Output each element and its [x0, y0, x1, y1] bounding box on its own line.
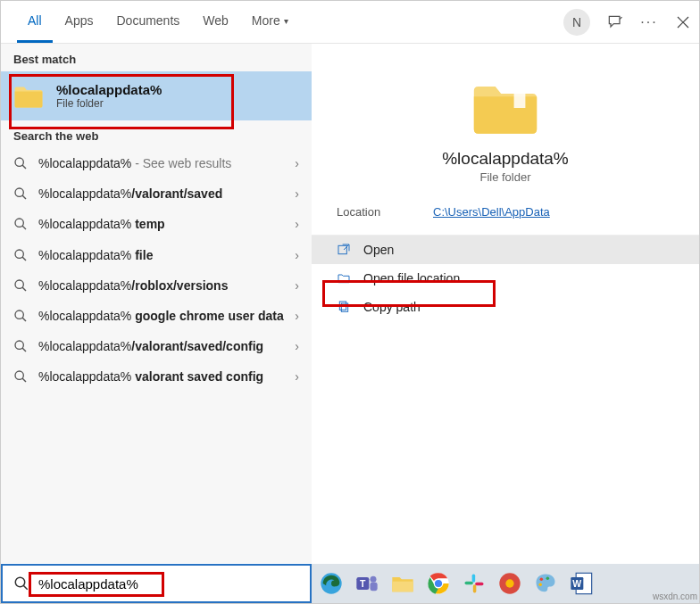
folder-icon — [13, 84, 44, 109]
action-open-location-label: Open file location — [363, 271, 460, 285]
web-result-item[interactable]: %localappdata% temp › — [1, 209, 312, 239]
web-result-item[interactable]: %localappdata% valorant saved config › — [1, 361, 312, 392]
result-text: %localappdata%/roblox/versions — [38, 277, 284, 294]
user-avatar[interactable]: N — [563, 9, 590, 36]
tab-more-label: More — [252, 13, 280, 28]
explorer-icon[interactable] — [390, 571, 415, 596]
title-actions: N ··· — [563, 9, 692, 36]
title-bar: All Apps Documents Web More▾ N ··· — [1, 1, 699, 44]
svg-point-1 — [15, 188, 23, 196]
chevron-right-icon[interactable]: › — [295, 278, 299, 293]
main-area: Best match %localappdata% File folder Se… — [1, 44, 699, 563]
svg-point-2 — [15, 219, 23, 227]
search-icon — [13, 369, 28, 384]
tab-all[interactable]: All — [17, 1, 53, 43]
search-icon — [13, 575, 29, 592]
taskbar: T W — [312, 564, 699, 603]
web-result-item[interactable]: %localappdata% file › — [1, 240, 312, 270]
result-text: %localappdata% google chrome user data — [38, 308, 284, 324]
filter-tabs: All Apps Documents Web More▾ — [17, 1, 299, 43]
teams-icon[interactable]: T — [354, 571, 379, 596]
preview-title: %localappdata% — [442, 149, 569, 169]
search-icon — [13, 339, 28, 353]
svg-point-27 — [505, 579, 513, 587]
chrome-canary-icon[interactable] — [497, 571, 522, 596]
copy-icon — [337, 300, 351, 314]
action-open-location[interactable]: Open file location — [312, 264, 699, 293]
results-pane: Best match %localappdata% File folder Se… — [1, 44, 312, 563]
svg-rect-17 — [371, 583, 378, 591]
best-match-header: Best match — [1, 44, 312, 71]
svg-rect-18 — [392, 582, 412, 592]
search-icon — [13, 186, 28, 201]
web-result-item[interactable]: %localappdata% google chrome user data › — [1, 301, 312, 331]
slack-icon[interactable] — [462, 571, 487, 596]
folder-open-icon — [337, 271, 351, 285]
svg-rect-8 — [514, 88, 526, 108]
word-icon[interactable]: W — [569, 571, 594, 596]
watermark: wsxdn.com — [653, 592, 697, 601]
open-icon — [337, 243, 351, 257]
search-icon — [13, 156, 28, 170]
action-copy-path-label: Copy path — [363, 300, 421, 314]
chrome-icon[interactable] — [426, 571, 451, 596]
search-bar[interactable] — [1, 564, 312, 603]
location-row: Location C:\Users\Dell\AppData — [312, 184, 699, 235]
tab-web[interactable]: Web — [192, 1, 239, 43]
web-result-item[interactable]: %localappdata%/valorant/saved › — [1, 178, 312, 209]
result-text: %localappdata%/valorant/saved — [38, 186, 284, 202]
tab-more[interactable]: More▾ — [241, 1, 299, 43]
best-match-item[interactable]: %localappdata% File folder — [1, 71, 312, 120]
tab-documents[interactable]: Documents — [105, 1, 190, 43]
action-open-label: Open — [363, 243, 394, 257]
paint-icon[interactable] — [533, 571, 558, 596]
web-result-item[interactable]: %localappdata%/valorant/saved/config › — [1, 331, 312, 361]
svg-rect-9 — [338, 245, 346, 253]
svg-rect-23 — [465, 582, 473, 585]
preview-subtitle: File folder — [479, 170, 530, 184]
best-match-subtitle: File folder — [56, 97, 162, 110]
svg-rect-25 — [475, 583, 483, 586]
svg-point-3 — [15, 250, 23, 258]
best-match-text: %localappdata% File folder — [56, 82, 162, 110]
chevron-right-icon[interactable]: › — [295, 186, 299, 201]
search-icon — [13, 248, 28, 262]
chevron-right-icon[interactable]: › — [295, 248, 299, 262]
result-text: %localappdata% valorant saved config — [38, 368, 284, 385]
folder-icon — [470, 79, 541, 137]
edge-icon[interactable] — [319, 571, 344, 596]
tab-apps[interactable]: Apps — [54, 1, 104, 43]
chevron-right-icon[interactable]: › — [295, 339, 299, 353]
web-result-item[interactable]: %localappdata%/roblox/versions › — [1, 270, 312, 301]
result-text: %localappdata% file — [38, 247, 284, 263]
svg-point-5 — [15, 310, 23, 319]
svg-point-4 — [15, 280, 23, 288]
close-icon[interactable] — [674, 13, 692, 31]
svg-rect-11 — [341, 303, 347, 311]
action-open[interactable]: Open — [312, 236, 699, 264]
search-web-header: Search the web — [1, 120, 312, 148]
svg-text:T: T — [360, 578, 366, 589]
preview-header: %localappdata% File folder — [312, 44, 699, 184]
svg-rect-10 — [339, 302, 346, 310]
chevron-right-icon[interactable]: › — [295, 369, 299, 384]
search-input[interactable] — [38, 576, 299, 592]
result-text: %localappdata% temp — [38, 216, 284, 232]
result-text: %localappdata%/valorant/saved/config — [38, 338, 284, 354]
more-options-icon[interactable]: ··· — [640, 13, 658, 31]
svg-rect-24 — [473, 584, 477, 592]
chevron-right-icon[interactable]: › — [295, 156, 299, 170]
action-copy-path[interactable]: Copy path — [312, 293, 699, 321]
svg-point-16 — [371, 576, 377, 583]
best-match-title: %localappdata% — [56, 82, 162, 97]
web-result-item[interactable]: %localappdata% - See web results › — [1, 148, 312, 178]
chevron-right-icon[interactable]: › — [295, 217, 299, 231]
result-text: %localappdata% - See web results — [38, 155, 284, 171]
svg-text:W: W — [572, 578, 581, 589]
feedback-icon[interactable] — [606, 13, 624, 31]
svg-point-30 — [538, 583, 542, 586]
chevron-right-icon[interactable]: › — [295, 309, 299, 323]
location-label: Location — [337, 205, 433, 219]
svg-point-0 — [15, 158, 23, 166]
location-link[interactable]: C:\Users\Dell\AppData — [433, 205, 550, 219]
